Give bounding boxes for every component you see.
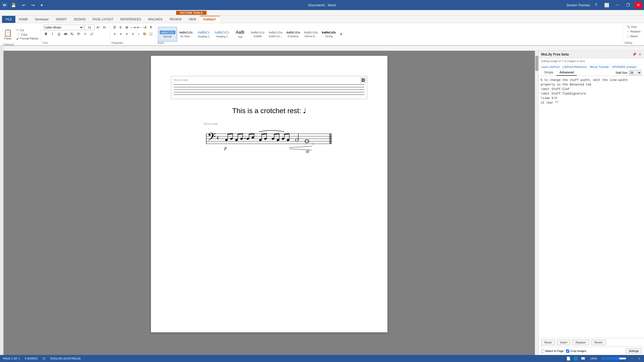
tab-view[interactable]: VIEW — [185, 16, 200, 23]
staff-line-4 — [174, 92, 365, 92]
shading-btn[interactable]: 🎨 — [142, 31, 148, 37]
reset-button[interactable]: Reset — [541, 340, 555, 345]
zoom-out-btn[interactable]: － — [630, 356, 634, 361]
tab-review[interactable]: REVIEW — [166, 16, 185, 23]
numbering-btn[interactable]: ① — [118, 25, 124, 30]
multilevel-btn[interactable]: ⊞ — [124, 25, 130, 30]
style-strong[interactable]: AaBbCcDc Strong — [320, 27, 338, 41]
subscript-button[interactable]: X₂ — [69, 31, 75, 37]
decrease-font-btn[interactable]: A↓ — [102, 25, 108, 30]
score-svg: 𝄢 c — [204, 126, 335, 154]
style-subtitle[interactable]: AaBbCcCe Subtitle — [249, 27, 266, 41]
upgrade-link[interactable]: UPGRADE (cheap!) — [612, 65, 636, 68]
tab-mailings[interactable]: MAILINGS — [145, 16, 166, 23]
web-layout-btn[interactable]: 🌐 — [573, 356, 579, 361]
restore-btn[interactable]: ❐ — [624, 2, 632, 9]
settings-button[interactable]: Settings — [626, 348, 641, 353]
paste-button[interactable]: 📋 Paste — [2, 25, 14, 44]
zoom-in-btn[interactable]: ＋ — [638, 356, 641, 361]
tab-pagelayout[interactable]: PAGE LAYOUT — [89, 16, 117, 23]
increase-indent-btn[interactable]: ⇥→ — [136, 25, 142, 30]
font-name-select[interactable]: Calibri (Body) — [43, 25, 84, 30]
cut-button[interactable]: ✂Cut — [15, 28, 39, 32]
tab-file[interactable]: FILE — [2, 16, 15, 23]
scrollbar-vertical[interactable] — [535, 51, 538, 355]
align-right-btn[interactable]: ≡ — [124, 31, 130, 37]
styles-more-btn[interactable]: ▾ — [338, 27, 344, 41]
highlight-button[interactable]: 🖊 — [89, 31, 95, 37]
style-heading1[interactable]: AaBbCc Heading 1 — [195, 27, 212, 41]
underline-button[interactable]: U — [56, 31, 62, 37]
style-no-space[interactable]: AaBbCcDc No Spac... — [178, 27, 195, 41]
lilypond-reference-link[interactable]: LilyPond Reference — [562, 65, 587, 68]
bullets-btn[interactable]: ☰ — [112, 25, 117, 30]
tab-developer[interactable]: Developer — [31, 16, 52, 23]
italic-button[interactable]: I — [50, 31, 55, 37]
crop-images-checkbox[interactable] — [566, 349, 569, 353]
style-emphasis[interactable]: AaBbCcDa Emphasis — [285, 27, 302, 41]
tab-advanced[interactable]: Advanced — [556, 70, 577, 76]
staff-size-select[interactable]: 28 — [629, 70, 641, 75]
justify-btn[interactable]: ≡ — [130, 31, 136, 37]
panel-pin-btn[interactable]: 📌 — [632, 52, 636, 56]
format-painter-button[interactable]: 🖌Format Painter — [15, 37, 39, 40]
bold-button[interactable]: B — [43, 31, 49, 37]
copy-button[interactable]: 📄Copy — [15, 32, 39, 36]
increase-font-btn[interactable]: A↑ — [96, 25, 101, 30]
undo-quick-btn[interactable]: ↩ — [20, 2, 27, 9]
show-marks-btn[interactable]: ¶ — [148, 25, 154, 30]
align-left-btn[interactable]: ≡ — [112, 31, 117, 37]
minimize-btn[interactable]: ─ — [614, 2, 621, 8]
style-subtle-em[interactable]: AaBbCcDa Subtle Em... — [267, 27, 284, 41]
find-button[interactable]: 🔍Find — [625, 25, 642, 29]
read-mode-btn[interactable]: 📖 — [580, 356, 586, 361]
tab-format[interactable]: FORMAT — [200, 16, 219, 23]
decrease-indent-btn[interactable]: ←⇥ — [130, 25, 136, 30]
save-quick-btn[interactable]: 💾 — [9, 2, 18, 9]
check-accessibility-btn[interactable]: ☑ — [43, 357, 46, 360]
svg-point-33 — [276, 139, 279, 141]
crop-images-label[interactable]: Crop Images — [566, 349, 586, 353]
ruler-side-left — [0, 46, 4, 51]
score-container[interactable]: MsLily made 𝄢 c — [204, 122, 335, 155]
zoom-slider[interactable] — [601, 356, 626, 360]
print-layout-btn[interactable]: 📄 — [565, 356, 572, 361]
tab-simple[interactable]: Simple — [541, 70, 556, 76]
font-size-input[interactable] — [85, 25, 95, 30]
style-title[interactable]: AaBl Title — [231, 27, 249, 41]
scroll-thumb[interactable] — [535, 56, 538, 71]
customize-quick-btn[interactable]: ▾ — [39, 2, 45, 9]
linespace-btn[interactable]: ↕ — [136, 31, 142, 37]
panel-close-btn[interactable]: ✕ — [638, 52, 641, 56]
align-center-btn[interactable]: ≡ — [118, 31, 124, 37]
strikethrough-button[interactable]: ab — [63, 31, 68, 37]
border-btn[interactable]: ⬜ — [148, 31, 154, 37]
staff-container-1[interactable]: MsLily made 🖼 — [171, 76, 367, 99]
replace-button[interactable]: ↔Replace — [625, 29, 642, 33]
style-intense-em[interactable]: AaBbCcDa Intense E... — [302, 27, 319, 41]
learn-lilypond-link[interactable]: Learn LilyPond — [541, 65, 559, 68]
help-btn[interactable]: ? — [593, 2, 599, 8]
close-btn[interactable]: ✕ — [635, 2, 642, 9]
attach-to-page-checkbox[interactable] — [541, 349, 544, 353]
select-button[interactable]: ⬚Select — [625, 34, 642, 38]
redo-quick-btn[interactable]: ↪ — [29, 2, 37, 9]
style-normal[interactable]: AaBbCcDc Normal — [158, 27, 177, 41]
tab-references[interactable]: REFERENCES — [117, 16, 145, 23]
superscript-button[interactable]: X² — [76, 31, 82, 37]
mslily-tutorials-link[interactable]: MsLily Tutorials — [590, 65, 609, 68]
image-icon-1[interactable]: 🖼 — [360, 77, 366, 83]
insert-button[interactable]: Insert — [557, 340, 571, 345]
attach-to-page-label[interactable]: Attach to Page — [541, 349, 564, 353]
tab-design[interactable]: DESIGN — [70, 16, 89, 23]
revert-button[interactable]: Revert — [591, 340, 606, 345]
picture-tools-bar: PICTURE TOOLS — [0, 10, 644, 16]
replace-panel-button[interactable]: Replace — [572, 340, 589, 345]
ribbon-toggle-btn[interactable]: ⬜ — [602, 2, 611, 9]
tab-insert[interactable]: INSERT — [52, 16, 70, 23]
code-editor[interactable]: % to change the staff width, edit the li… — [539, 76, 644, 338]
tab-home[interactable]: HOME — [15, 16, 31, 23]
sort-btn[interactable]: ↕A — [142, 25, 148, 30]
fontcolor-button[interactable]: A — [83, 31, 88, 37]
style-heading2[interactable]: AaBbCcCc Heading 2 — [213, 27, 231, 41]
